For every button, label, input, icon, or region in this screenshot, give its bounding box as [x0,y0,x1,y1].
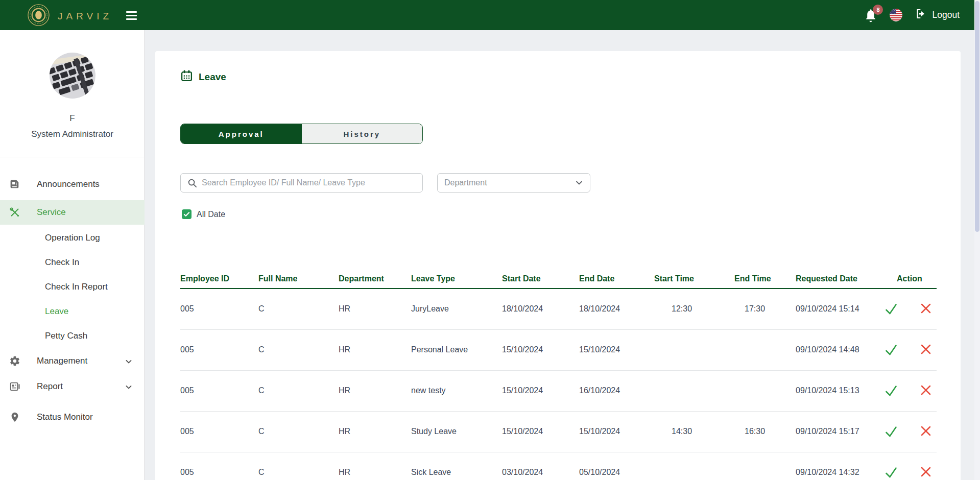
col-leave-type: Leave Type [411,274,502,289]
approve-button[interactable] [885,302,898,316]
sidebar-item-label: Status Monitor [37,412,93,422]
app-window: JARVIZ 8 [0,0,980,480]
reject-button[interactable] [919,343,933,356]
cell-department: HR [339,452,411,480]
sidebar-item-label: Announcements [37,179,100,189]
approve-button[interactable] [885,384,898,397]
logout-label: Logout [932,10,960,20]
cell-full-name: C [258,329,339,370]
feed-icon [9,179,20,190]
menu-icon[interactable] [126,9,139,21]
sidebar-item-report[interactable]: Report [0,374,145,399]
scrollbar-thumb[interactable] [975,1,979,232]
sidebar-item-petty-cash[interactable]: Petty Cash [0,324,145,348]
table-row: 005 C HR new testy 15/10/2024 16/10/2024… [180,370,937,411]
cell-start-time [654,452,734,480]
sidebar-item-label: Check In [45,257,79,268]
department-select[interactable]: Department [437,173,590,193]
cell-full-name: C [258,289,339,329]
cell-employee-id: 005 [180,370,258,411]
sidebar-item-label: Management [37,356,87,366]
sidebar-item-label: Report [37,381,63,392]
cell-end-time [734,452,796,480]
main-content: Leave Approval History Department [145,30,980,480]
notifications-bell-icon[interactable]: 8 [864,8,877,22]
cell-start-date: 03/10/2024 [502,452,579,480]
chevron-down-icon [125,357,132,365]
cell-requested-date: 09/10/2024 14:48 [796,329,897,370]
gear-icon [9,355,20,367]
sidebar-item-operation-log[interactable]: Operation Log [0,226,145,250]
logout-button[interactable]: Logout [915,8,960,22]
table-row: 005 C HR JuryLeave 18/10/2024 18/10/2024… [180,289,937,329]
cell-end-time: 16:30 [734,411,796,452]
language-flag-icon[interactable] [890,9,902,21]
approve-button[interactable] [885,425,898,438]
cell-end-date: 15/10/2024 [579,411,654,452]
col-start-date: Start Date [502,274,579,289]
cell-end-date: 18/10/2024 [579,289,654,329]
page-title: Leave [180,69,226,85]
col-full-name: Full Name [258,274,339,289]
tab-history[interactable]: History [302,124,423,143]
cell-employee-id: 005 [180,411,258,452]
avatar [50,53,95,99]
sidebar-item-label: Service [37,207,66,218]
sidebar-item-service[interactable]: Service [0,200,145,225]
user-name: F [0,113,145,124]
cell-start-time: 14:30 [654,411,734,452]
cell-end-time [734,370,796,411]
cell-requested-date: 09/10/2024 15:13 [796,370,897,411]
sidebar-item-check-in-report[interactable]: Check In Report [0,275,145,299]
cell-full-name: C [258,411,339,452]
cell-employee-id: 005 [180,452,258,480]
search-input[interactable] [202,178,422,187]
table-header-row: Employee ID Full Name Department Leave T… [180,274,937,289]
calendar-icon [180,69,193,85]
tab-approval[interactable]: Approval [181,124,302,143]
cell-end-date: 16/10/2024 [579,370,654,411]
page-title-text: Leave [199,71,226,83]
chevron-down-icon [575,179,583,187]
reject-button[interactable] [919,425,933,438]
all-date-label: All Date [197,210,225,219]
col-employee-id: Employee ID [180,274,258,289]
cell-requested-date: 09/10/2024 14:32 [796,452,897,480]
tools-icon [9,207,20,218]
col-end-date: End Date [579,274,654,289]
search-icon [187,178,197,188]
user-role: System Administrator [0,129,145,139]
col-requested-date: Requested Date [796,274,897,289]
all-date-checkbox[interactable] [182,209,192,219]
reject-button[interactable] [919,384,933,397]
brand-name: JARVIZ [58,11,112,22]
reject-button[interactable] [919,466,933,479]
table-row: 005 C HR Study Leave 15/10/2024 15/10/20… [180,411,937,452]
col-start-time: Start Time [654,274,734,289]
sidebar-item-check-in[interactable]: Check In [0,250,145,275]
sidebar-item-status-monitor[interactable]: Status Monitor [0,405,145,429]
approve-button[interactable] [885,466,898,479]
cell-end-date: 15/10/2024 [579,329,654,370]
sidebar-item-leave[interactable]: Leave [0,299,145,324]
top-bar: JARVIZ 8 [0,0,980,30]
cell-leave-type: Study Leave [411,411,502,452]
leave-card: Leave Approval History Department [155,51,961,480]
cell-department: HR [339,411,411,452]
tab-group: Approval History [180,124,423,144]
cell-leave-type: JuryLeave [411,289,502,329]
news-icon [9,381,20,392]
reject-button[interactable] [919,302,933,316]
cell-start-time: 12:30 [654,289,734,329]
cell-start-date: 15/10/2024 [502,370,579,411]
sidebar-item-management[interactable]: Management [0,349,145,373]
cell-requested-date: 09/10/2024 15:14 [796,289,897,329]
cell-employee-id: 005 [180,329,258,370]
cell-start-date: 15/10/2024 [502,411,579,452]
col-action: Action [897,274,937,289]
approve-button[interactable] [885,343,898,356]
sidebar-item-label: Check In Report [45,282,108,292]
sidebar-item-announcements[interactable]: Announcements [0,172,145,197]
chevron-down-icon [125,383,132,390]
cell-end-date: 05/10/2024 [579,452,654,480]
